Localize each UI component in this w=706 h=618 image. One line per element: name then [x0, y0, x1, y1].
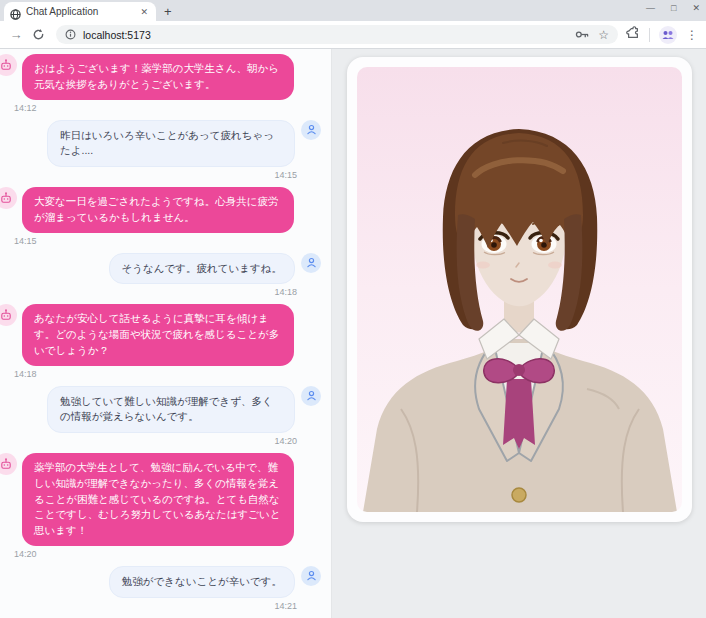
message-bubble: 大変な一日を過ごされたようですね。心身共に疲労が溜まっているかもしれません。: [22, 187, 294, 233]
user-person-icon: [301, 386, 321, 406]
forward-icon[interactable]: →: [8, 27, 24, 42]
user-person-icon: [301, 566, 321, 586]
user-message: 昨日はいろいろ辛いことがあって疲れちゃったよ....14:15: [0, 120, 331, 181]
window-close-icon[interactable]: ✕: [692, 3, 700, 13]
user-person-icon: [301, 253, 321, 273]
bot-message: おはようございます！薬学部の大学生さん、朝から元気な挨拶をありがとうございます。…: [0, 54, 331, 113]
message-timestamp: 14:12: [0, 103, 331, 113]
message-timestamp: 14:18: [0, 369, 331, 379]
new-tab-button[interactable]: +: [164, 5, 172, 19]
message-bubble: 薬学部の大学生として、勉強に励んでいる中で、難しい知識が理解できなかったり、多く…: [22, 453, 294, 546]
refresh-icon[interactable]: [32, 28, 48, 41]
tab-title: Chat Application: [26, 6, 133, 17]
avatar-viewport[interactable]: [357, 67, 682, 512]
window-minimize-icon[interactable]: —: [646, 3, 655, 13]
message-bubble: あなたが安心して話せるように真摯に耳を傾けます。どのような場面や状況で疲れを感じ…: [22, 304, 294, 365]
message-timestamp: 14:20: [0, 549, 331, 559]
avatar-stage: [332, 49, 706, 618]
message-timestamp: 14:15: [0, 236, 331, 246]
tab-close-icon[interactable]: ✕: [138, 7, 150, 17]
bot-robot-icon: [0, 453, 17, 475]
window-controls: — □ ✕: [646, 3, 700, 13]
bot-robot-icon: [0, 54, 17, 76]
message-timestamp: 14:21: [0, 601, 331, 611]
vrm-character: [357, 67, 682, 512]
toolbar-separator: [649, 28, 650, 42]
site-info-icon[interactable]: [65, 26, 76, 44]
bot-robot-icon: [0, 304, 17, 326]
window-maximize-icon[interactable]: □: [671, 3, 676, 13]
message-bubble: そうなんです。疲れていますね。: [109, 253, 295, 285]
bookmark-star-icon[interactable]: ☆: [598, 28, 609, 42]
message-timestamp: 14:18: [0, 287, 331, 297]
address-bar[interactable]: localhost:5173 ☆: [56, 25, 618, 44]
message-timestamp: 14:20: [0, 436, 331, 446]
bot-message: 薬学部の大学生として、勉強に励んでいる中で、難しい知識が理解できなかったり、多く…: [0, 453, 331, 559]
toolbar-right: ⋮: [626, 26, 698, 44]
browser-tab[interactable]: Chat Application ✕: [4, 2, 156, 21]
user-message: 勉強していて難しい知識が理解できず、多くの情報が覚えらないんです。14:20: [0, 386, 331, 447]
globe-favicon-icon: [10, 6, 21, 17]
app-content: おはようございます！薬学部の大学生さん、朝から元気な挨拶をありがとうございます。…: [0, 49, 706, 618]
browser-toolbar: → localhost:5173 ☆ ⋮: [0, 21, 706, 49]
chat-panel[interactable]: おはようございます！薬学部の大学生さん、朝から元気な挨拶をありがとうございます。…: [0, 49, 332, 618]
message-bubble: 昨日はいろいろ辛いことがあって疲れちゃったよ....: [47, 120, 295, 168]
message-timestamp: 14:15: [0, 170, 331, 180]
browser-menu-icon[interactable]: ⋮: [686, 28, 698, 42]
profile-avatar[interactable]: [659, 26, 677, 44]
user-message: そうなんです。疲れていますね。14:18: [0, 253, 331, 298]
user-message: 勉強ができないことが辛いです。14:21: [0, 566, 331, 611]
message-bubble: 勉強していて難しい知識が理解できず、多くの情報が覚えらないんです。: [47, 386, 295, 434]
message-bubble: おはようございます！薬学部の大学生さん、朝から元気な挨拶をありがとうございます。: [22, 54, 294, 100]
bot-robot-icon: [0, 187, 17, 209]
tab-strip: Chat Application ✕ + — □ ✕: [0, 0, 706, 21]
message-bubble: 勉強ができないことが辛いです。: [109, 566, 295, 598]
bot-message: あなたが安心して話せるように真摯に耳を傾けます。どのような場面や状況で疲れを感じ…: [0, 304, 331, 378]
extensions-puzzle-icon[interactable]: [626, 26, 640, 44]
user-person-icon: [301, 120, 321, 140]
browser-window: Chat Application ✕ + — □ ✕ → localhost:5…: [0, 0, 706, 618]
password-key-icon[interactable]: [575, 26, 590, 44]
url-text[interactable]: localhost:5173: [83, 29, 568, 41]
bot-message: 大変な一日を過ごされたようですね。心身共に疲労が溜まっているかもしれません。14…: [0, 187, 331, 246]
avatar-card: [347, 57, 692, 522]
